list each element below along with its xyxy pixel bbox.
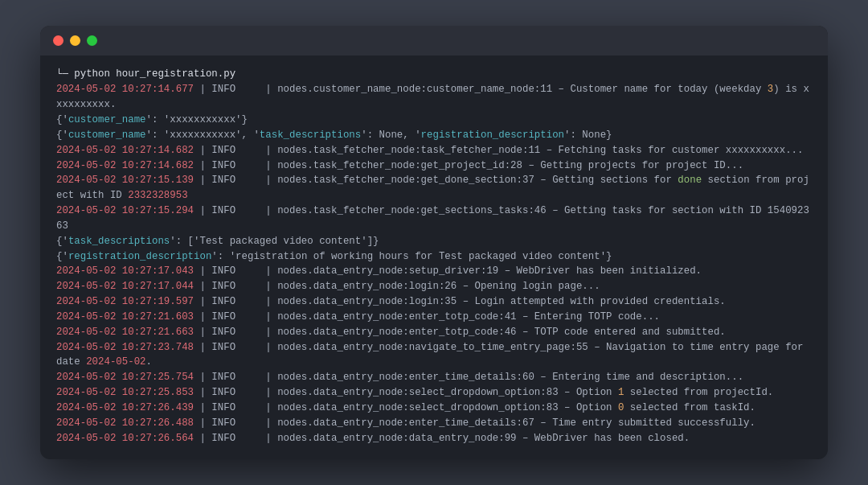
maximize-button[interactable] [87,35,97,46]
terminal-line: 2024-05-02 10:27:14.677 | INFO | nodes.c… [56,82,812,113]
terminal-line: 2024-05-02 10:27:26.564 | INFO | nodes.d… [56,431,812,446]
minimize-button[interactable] [70,35,80,46]
terminal-output: └─ python hour_registration.py2024-05-02… [40,55,828,458]
terminal-line: 2024-05-02 10:27:21.663 | INFO | nodes.d… [56,325,812,340]
terminal-line: 2024-05-02 10:27:15.294 | INFO | nodes.t… [56,203,812,234]
terminal-line: 2024-05-02 10:27:14.682 | INFO | nodes.t… [56,143,812,158]
terminal-line: 2024-05-02 10:27:23.748 | INFO | nodes.d… [56,340,812,371]
terminal-line: 2024-05-02 10:27:25.754 | INFO | nodes.d… [56,370,812,385]
titlebar [40,26,828,55]
terminal-line: 2024-05-02 10:27:26.439 | INFO | nodes.d… [56,401,812,416]
terminal-line: 2024-05-02 10:27:21.603 | INFO | nodes.d… [56,310,812,325]
close-button[interactable] [53,35,63,46]
terminal-line: 2024-05-02 10:27:17.044 | INFO | nodes.d… [56,279,812,294]
terminal-line: 2024-05-02 10:27:19.597 | INFO | nodes.d… [56,294,812,310]
terminal-line: 2024-05-02 10:27:26.488 | INFO | nodes.d… [56,416,812,431]
terminal-line: └─ python hour_registration.py [56,67,812,82]
terminal-line: 2024-05-02 10:27:15.139 | INFO | nodes.t… [56,173,812,203]
terminal-line: 2024-05-02 10:27:14.682 | INFO | nodes.t… [56,158,812,174]
terminal-line: 2024-05-02 10:27:17.043 | INFO | nodes.d… [56,264,812,279]
terminal-line: {'registration_description': 'registrati… [56,249,812,265]
terminal-line: {'customer_name': 'xxxxxxxxxxx'} [56,113,812,128]
terminal-window: └─ python hour_registration.py2024-05-02… [40,26,828,458]
terminal-line: {'customer_name': 'xxxxxxxxxxx', 'task_d… [56,128,812,143]
terminal-line: 2024-05-02 10:27:25.853 | INFO | nodes.d… [56,385,812,401]
terminal-line: {'task_descriptions': ['Test packaged vi… [56,234,812,249]
